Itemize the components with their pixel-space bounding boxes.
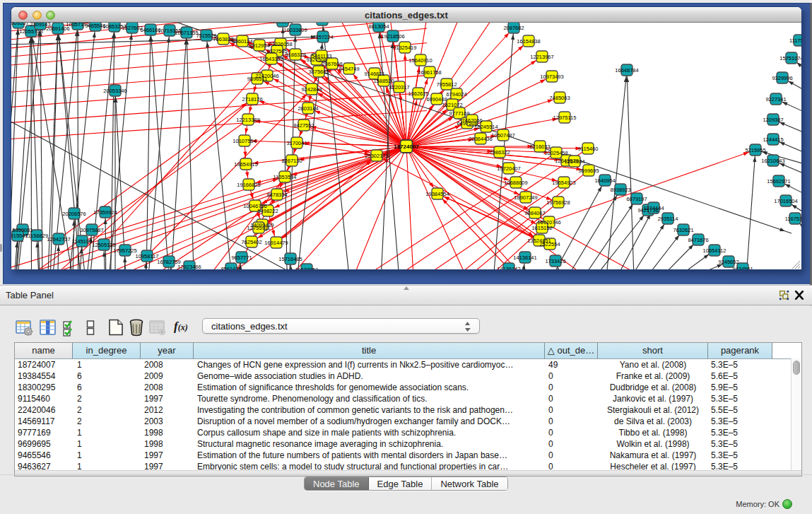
svg-text:11353594: 11353594: [273, 174, 297, 180]
svg-text:19756928: 19756928: [546, 199, 570, 206]
svg-text:12942737: 12942737: [47, 236, 70, 243]
svg-text:7462066: 7462066: [461, 117, 482, 124]
svg-text:15751074: 15751074: [779, 55, 801, 62]
svg-text:1640954: 1640954: [594, 177, 615, 184]
svg-text:8561420: 8561420: [220, 266, 241, 270]
svg-text:8220317: 8220317: [389, 84, 409, 90]
svg-text:19654923: 19654923: [552, 180, 575, 186]
svg-text:12213389: 12213389: [236, 117, 259, 123]
svg-text:6794024: 6794024: [446, 91, 466, 98]
svg-text:25302173: 25302173: [365, 153, 388, 159]
svg-text:1362615: 1362615: [408, 90, 428, 97]
svg-text:10958117: 10958117: [136, 253, 159, 259]
svg-text:7485063: 7485063: [549, 95, 570, 101]
svg-text:17016504: 17016504: [774, 198, 797, 204]
svg-text:16210643: 16210643: [761, 158, 784, 164]
svg-text:9115460: 9115460: [578, 146, 599, 152]
svg-text:1588520: 1588520: [373, 78, 394, 84]
svg-text:10025458: 10025458: [544, 150, 567, 156]
svg-text:8938923: 8938923: [610, 187, 630, 193]
svg-text:12505135: 12505135: [92, 242, 115, 248]
svg-text:9329996: 9329996: [772, 75, 792, 81]
svg-text:9245652: 9245652: [718, 259, 739, 265]
svg-text:12923466: 12923466: [177, 264, 201, 270]
svg-text:3875685: 3875685: [308, 69, 329, 75]
svg-text:1145194: 1145194: [72, 238, 93, 245]
svg-text:10507487: 10507487: [491, 132, 514, 139]
svg-text:7625402: 7625402: [241, 239, 261, 245]
svg-text:16543382: 16543382: [259, 56, 283, 62]
svg-text:2718176: 2718176: [242, 96, 262, 103]
svg-text:17359924: 17359924: [93, 209, 117, 216]
svg-text:17957225: 17957225: [113, 247, 136, 254]
svg-text:9896511: 9896511: [247, 76, 268, 82]
svg-text:10046756: 10046756: [243, 203, 266, 209]
svg-text:6216033: 6216033: [529, 144, 550, 150]
svg-text:9231362: 9231362: [272, 23, 293, 25]
svg-text:18907249: 18907249: [514, 194, 537, 201]
svg-text:12975115: 12975115: [553, 115, 577, 121]
svg-text:1621072: 1621072: [442, 102, 462, 108]
svg-text:12755911: 12755911: [247, 225, 271, 231]
svg-text:7357224: 7357224: [312, 34, 333, 40]
svg-text:9657771: 9657771: [231, 255, 252, 261]
svg-text:9084067: 9084067: [524, 210, 545, 216]
svg-text:7986322: 7986322: [489, 149, 510, 156]
svg-text:8878334: 8878334: [266, 192, 287, 198]
svg-text:16154838: 16154838: [517, 38, 540, 45]
svg-text:20364436: 20364436: [469, 136, 492, 142]
svg-text:1244415: 1244415: [763, 136, 783, 143]
svg-text:16914479: 16914479: [264, 240, 288, 246]
svg-text:1209387: 1209387: [763, 117, 783, 123]
svg-text:11156829: 11156829: [25, 233, 48, 239]
svg-text:10107554: 10107554: [233, 138, 256, 144]
svg-text:1733426: 1733426: [545, 258, 565, 264]
svg-text:16961758: 16961758: [418, 69, 441, 76]
svg-text:8267130: 8267130: [281, 158, 302, 164]
svg-text:12213967: 12213967: [530, 54, 553, 60]
svg-text:8471676: 8471676: [688, 237, 708, 243]
svg-text:30975887: 30975887: [80, 227, 103, 233]
svg-text:23226058: 23226058: [269, 41, 292, 47]
svg-text:12055713: 12055713: [19, 28, 42, 35]
svg-text:2087682: 2087682: [503, 25, 524, 31]
svg-text:2803144: 2803144: [298, 105, 318, 112]
svg-text:1909557: 1909557: [11, 23, 29, 26]
svg-text:10654112: 10654112: [703, 247, 726, 254]
svg-text:9434561: 9434561: [732, 266, 753, 270]
svg-text:10671355: 10671355: [175, 30, 198, 36]
svg-text:1615152: 1615152: [531, 225, 552, 231]
svg-text:20053346: 20053346: [103, 88, 126, 94]
svg-text:7663822: 7663822: [213, 36, 233, 42]
svg-text:8186328: 8186328: [285, 52, 305, 58]
svg-text:19654915: 19654915: [234, 161, 257, 168]
svg-text:8813054: 8813054: [368, 23, 389, 30]
svg-text:18724007: 18724007: [394, 144, 419, 150]
svg-text:16245514: 16245514: [474, 124, 498, 130]
svg-text:5215955: 5215955: [745, 147, 765, 153]
svg-text:8454749: 8454749: [339, 66, 359, 72]
svg-text:1264984: 1264984: [564, 158, 584, 165]
svg-text:3170041: 3170041: [286, 140, 307, 146]
svg-text:8613094: 8613094: [312, 23, 332, 23]
svg-text:7955812: 7955812: [436, 81, 457, 88]
svg-text:11325419: 11325419: [394, 45, 417, 51]
svg-text:14136141: 14136141: [513, 255, 536, 261]
svg-text:1527602: 1527602: [122, 25, 142, 31]
svg-text:16033809: 16033809: [283, 27, 307, 33]
svg-text:11672059: 11672059: [295, 267, 319, 270]
svg-text:9227341: 9227341: [765, 96, 786, 103]
svg-text:15692971: 15692971: [767, 178, 790, 185]
svg-text:1167533: 1167533: [785, 216, 801, 222]
svg-text:16648784: 16648784: [615, 67, 638, 74]
svg-text:15640910: 15640910: [408, 57, 432, 64]
svg-text:14136142: 14136142: [497, 266, 520, 270]
svg-text:9777169: 9777169: [449, 110, 469, 117]
svg-text:1074444: 1074444: [643, 205, 664, 211]
svg-text:19218506: 19218506: [381, 33, 404, 40]
svg-text:15716485: 15716485: [278, 256, 302, 262]
svg-text:20206576: 20206576: [62, 211, 86, 217]
svg-text:10973493: 10973493: [540, 74, 563, 80]
svg-text:19384554: 19384554: [425, 191, 449, 197]
svg-text:15720407: 15720407: [497, 165, 520, 172]
